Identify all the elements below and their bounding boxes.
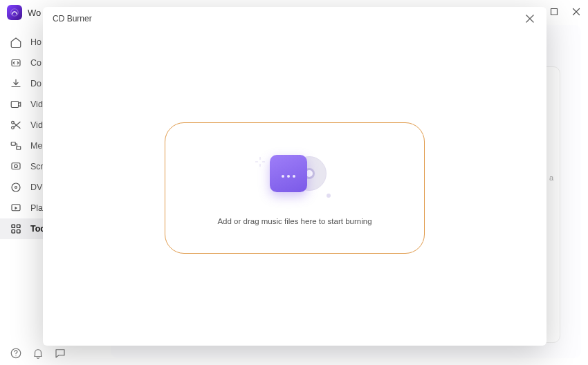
merge-icon [10, 140, 22, 152]
disc-icon [10, 181, 22, 194]
svg-rect-23 [12, 225, 15, 228]
app-root: Wo Ho Co Do Vi [0, 0, 588, 365]
svg-point-21 [15, 187, 17, 189]
svg-rect-26 [17, 230, 21, 234]
scissors-icon [10, 119, 22, 131]
shadow-dot [327, 194, 331, 198]
record-icon [10, 160, 22, 173]
download-icon [10, 77, 22, 90]
bell-icon[interactable] [32, 347, 44, 359]
grid-icon [10, 223, 22, 235]
svg-point-19 [15, 165, 18, 168]
help-icon[interactable] [10, 347, 22, 359]
window-close-button[interactable] [570, 6, 582, 18]
svg-rect-25 [12, 230, 15, 234]
dropzone-illustration [253, 151, 336, 199]
sidebar-item-label: Ho [30, 37, 42, 47]
chat-icon[interactable] [54, 347, 66, 359]
svg-line-15 [14, 122, 20, 128]
svg-rect-11 [11, 102, 19, 108]
play-icon [10, 202, 22, 214]
svg-point-20 [12, 183, 20, 191]
background-text-fragment: a [549, 174, 553, 182]
svg-point-28 [15, 355, 16, 356]
modal-close-button[interactable] [523, 12, 537, 26]
app-logo [7, 5, 22, 20]
sidebar-item-label: Co [30, 58, 42, 68]
file-dropzone[interactable]: Add or drag music files here to start bu… [165, 122, 425, 254]
sidebar-item-label: Vid [30, 120, 43, 130]
svg-rect-16 [11, 142, 15, 146]
convert-icon [10, 57, 22, 69]
app-title: Wo [28, 8, 41, 18]
svg-rect-17 [17, 147, 21, 150]
sidebar-item-label: Scr [30, 162, 44, 171]
cd-burner-modal: CD Burner Add or drag music files here t… [43, 7, 546, 346]
dropzone-hint-text: Add or drag music files here to start bu… [217, 217, 371, 225]
sidebar-item-label: Vid [30, 100, 43, 109]
modal-title: CD Burner [53, 14, 92, 24]
sidebar-bottom [0, 347, 110, 359]
music-folder-icon [270, 155, 307, 192]
svg-rect-24 [17, 225, 21, 228]
maximize-button[interactable] [548, 6, 560, 18]
sidebar-item-label: DV [30, 182, 42, 192]
modal-header: CD Burner [43, 7, 546, 30]
video-icon [10, 98, 22, 111]
svg-point-0 [11, 9, 19, 17]
svg-line-14 [14, 123, 20, 129]
svg-rect-7 [551, 9, 558, 15]
sparkle-icon [255, 156, 266, 170]
sidebar-item-label: Pla [30, 203, 43, 213]
sidebar-item-label: Do [30, 79, 42, 88]
sidebar-item-label: Me [30, 141, 42, 151]
modal-body: Add or drag music files here to start bu… [43, 30, 546, 346]
svg-rect-18 [12, 163, 20, 169]
home-icon [10, 36, 22, 48]
